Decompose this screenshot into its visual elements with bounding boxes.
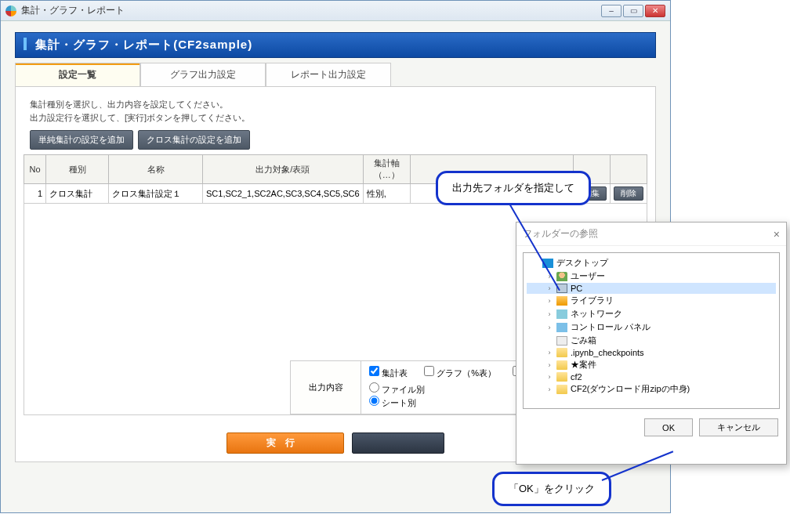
caret-icon: › xyxy=(545,284,553,292)
tab-settings-list[interactable]: 設定一覧 xyxy=(15,63,140,86)
page-header: 集計・グラフ・レポート(CF2sample) xyxy=(15,32,656,58)
tree-label: ライブラリ xyxy=(571,295,614,306)
callout-text: 「OK」をクリック xyxy=(509,483,595,494)
cell-axis: 性別, xyxy=(363,184,410,204)
folder-cancel-button[interactable]: キャンセル xyxy=(699,418,778,436)
callout-click-ok: 「OK」をクリック xyxy=(492,472,611,506)
tab-report-output[interactable]: レポート出力設定 xyxy=(266,63,391,86)
window-controls: – ▭ ✕ xyxy=(601,5,665,17)
col-no: No xyxy=(24,155,46,184)
tree-label: ごみ箱 xyxy=(571,335,596,346)
col-kind: 種別 xyxy=(46,155,109,184)
tree-item-pc[interactable]: › PC xyxy=(527,283,776,294)
header-accent xyxy=(24,38,27,50)
tree-label: ネットワーク xyxy=(571,308,622,320)
caret-icon: › xyxy=(545,324,553,331)
window-title: 集計・グラフ・レポート xyxy=(21,4,125,17)
delete-button[interactable]: 削除 xyxy=(614,186,643,201)
chk-table[interactable] xyxy=(369,366,379,376)
tree-label: ★案件 xyxy=(571,359,596,371)
tree-label: cf2 xyxy=(571,372,582,382)
other-footer-button[interactable] xyxy=(352,432,444,454)
col-axis: 集計軸（…） xyxy=(363,155,410,184)
tree-item-trash[interactable]: ごみ箱 xyxy=(527,334,776,347)
cell-kind: クロス集計 xyxy=(46,184,109,204)
folder-icon xyxy=(556,385,567,394)
tree-label: .ipynb_checkpoints xyxy=(571,348,644,357)
folder-dialog-titlebar: フォルダーの参照 × xyxy=(516,223,786,246)
chk-graph-pct-label[interactable]: グラフ（%表） xyxy=(424,368,496,378)
library-icon xyxy=(556,296,567,306)
folder-dialog-close-icon[interactable]: × xyxy=(774,228,780,241)
caret-icon: › xyxy=(545,297,553,305)
run-button[interactable]: 実行 xyxy=(226,432,344,454)
folder-icon xyxy=(556,372,567,382)
folder-icon xyxy=(556,360,567,370)
caret-icon: › xyxy=(545,373,553,381)
control-panel-icon xyxy=(556,323,567,332)
footer-buttons: 実行 xyxy=(226,432,444,454)
callout-specify-folder: 出力先フォルダを指定して xyxy=(436,171,591,205)
tree-item-folder[interactable]: › cf2 xyxy=(527,371,776,382)
caret-icon: › xyxy=(545,310,553,318)
instructions: 集計種別を選択し、出力内容を設定してください。 出力設定行を選択して、[実行]ボ… xyxy=(30,98,647,124)
chk-table-label[interactable]: 集計表 xyxy=(369,368,408,378)
caret-icon: › xyxy=(545,361,553,369)
cell-no: 1 xyxy=(24,184,46,204)
output-label: 出力内容 xyxy=(291,361,361,414)
col-name: 名称 xyxy=(109,155,203,184)
cell-name: クロス集計設定１ xyxy=(109,184,203,204)
add-simple-button[interactable]: 単純集計の設定を追加 xyxy=(30,130,133,150)
tree-item-network[interactable]: › ネットワーク xyxy=(527,307,776,320)
caret-icon: › xyxy=(545,385,553,393)
titlebar: 集計・グラフ・レポート – ▭ ✕ xyxy=(1,1,670,21)
radio-sheet[interactable] xyxy=(369,396,379,406)
tab-bar: 設定一覧 グラフ出力設定 レポート出力設定 xyxy=(15,63,656,86)
col-delete xyxy=(611,155,647,184)
tree-label: コントロール パネル xyxy=(571,321,650,333)
page-title: 集計・グラフ・レポート(CF2sample) xyxy=(35,38,252,51)
tree-item-user[interactable]: › ユーザー xyxy=(527,270,776,283)
folder-ok-button[interactable]: OK xyxy=(644,418,693,436)
tree-item-folder[interactable]: › CF2(ダウンロード用zipの中身) xyxy=(527,382,776,396)
tree-label: PC xyxy=(571,284,582,293)
app-icon xyxy=(5,5,16,16)
callout-text: 出力先フォルダを指定して xyxy=(452,182,574,194)
tree-item-folder[interactable]: › .ipynb_checkpoints xyxy=(527,347,776,358)
radio-file[interactable] xyxy=(369,382,379,393)
col-target: 出力対象/表頭 xyxy=(203,155,364,184)
add-cross-button[interactable]: クロス集計の設定を追加 xyxy=(138,130,250,150)
radio-file-label[interactable]: ファイル別 xyxy=(369,385,425,394)
tree-item-controlpanel[interactable]: › コントロール パネル xyxy=(527,320,776,334)
maximize-button[interactable]: ▭ xyxy=(623,5,643,17)
folder-tree[interactable]: デスクトップ › ユーザー › PC › ライブラリ › ネットワーク › コン… xyxy=(523,252,780,409)
folder-icon xyxy=(556,348,567,357)
instruction-line-1: 集計種別を選択し、出力内容を設定してください。 xyxy=(30,98,647,111)
folder-browse-dialog: フォルダーの参照 × デスクトップ › ユーザー › PC › ライブラリ › … xyxy=(516,222,787,465)
caret-icon: › xyxy=(545,349,553,356)
folder-dialog-buttons: OK キャンセル xyxy=(516,415,786,436)
radio-sheet-label[interactable]: シート別 xyxy=(369,398,416,407)
tab-graph-output[interactable]: グラフ出力設定 xyxy=(140,63,266,86)
user-icon xyxy=(556,272,567,281)
cell-target: SC1,SC2_1,SC2AC,SC3,SC4,SC5,SC6 xyxy=(203,184,364,204)
tree-label: CF2(ダウンロード用zipの中身) xyxy=(571,383,690,395)
minimize-button[interactable]: – xyxy=(601,5,621,17)
tree-item-folder[interactable]: › ★案件 xyxy=(527,358,776,371)
tree-label: ユーザー xyxy=(571,270,605,282)
add-buttons: 単純集計の設定を追加 クロス集計の設定を追加 xyxy=(30,130,647,150)
instruction-line-2: 出力設定行を選択して、[実行]ボタンを押してください。 xyxy=(30,111,647,125)
tree-item-library[interactable]: › ライブラリ xyxy=(527,294,776,307)
trash-icon xyxy=(556,336,567,346)
close-button[interactable]: ✕ xyxy=(645,5,665,17)
network-icon xyxy=(556,309,567,319)
chk-graph-pct[interactable] xyxy=(424,366,434,376)
folder-dialog-title: フォルダーの参照 xyxy=(523,227,598,241)
tree-item-desktop[interactable]: デスクトップ xyxy=(527,256,776,270)
tree-label: デスクトップ xyxy=(556,257,608,269)
